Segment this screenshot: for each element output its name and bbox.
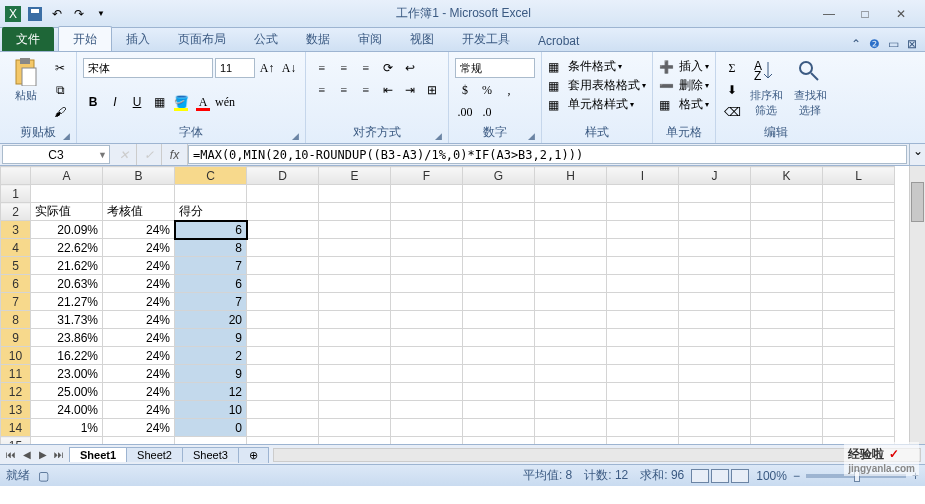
cell-styles-button[interactable]: ▦单元格样式▾ (548, 96, 646, 113)
cell[interactable] (31, 185, 103, 203)
cell[interactable] (679, 365, 751, 383)
border-button[interactable]: ▦ (149, 92, 169, 112)
formula-input[interactable]: =MAX(0,MIN(20,10-ROUNDUP((B3-A3)/1%,0)*I… (188, 145, 907, 164)
macro-record-icon[interactable]: ▢ (38, 469, 49, 483)
sort-filter-button[interactable]: AZ 排序和筛选 (746, 54, 786, 118)
autosum-icon[interactable]: Σ (722, 58, 742, 78)
cell[interactable]: 24% (103, 347, 175, 365)
cell[interactable] (607, 347, 679, 365)
decrease-decimal-icon[interactable]: .0 (477, 102, 497, 122)
cell[interactable] (823, 401, 895, 419)
cell[interactable] (247, 221, 319, 239)
cell[interactable] (463, 221, 535, 239)
cell[interactable] (823, 203, 895, 221)
cell[interactable] (679, 293, 751, 311)
cell[interactable]: 24% (103, 311, 175, 329)
cell[interactable]: 24% (103, 329, 175, 347)
cell[interactable] (463, 365, 535, 383)
cell[interactable] (751, 293, 823, 311)
page-layout-view-icon[interactable] (711, 469, 729, 483)
cell[interactable] (751, 221, 823, 239)
tab-data[interactable]: 数据 (292, 27, 344, 51)
delete-cells-button[interactable]: ➖删除▾ (659, 77, 709, 94)
cell[interactable] (535, 293, 607, 311)
column-header[interactable]: L (823, 167, 895, 185)
cell[interactable] (823, 257, 895, 275)
cell[interactable] (463, 203, 535, 221)
underline-button[interactable]: U (127, 92, 147, 112)
cell[interactable] (607, 239, 679, 257)
cell[interactable]: 20.63% (31, 275, 103, 293)
number-format-combo[interactable]: 常规 (455, 58, 535, 78)
orientation-icon[interactable]: ⟳ (378, 58, 398, 78)
align-left-icon[interactable]: ≡ (312, 80, 332, 100)
cell[interactable]: 24% (103, 221, 175, 239)
copy-icon[interactable]: ⧉ (50, 80, 70, 100)
currency-icon[interactable]: $ (455, 80, 475, 100)
cell[interactable]: 24% (103, 275, 175, 293)
cell[interactable] (175, 185, 247, 203)
cell[interactable]: 1% (31, 419, 103, 437)
italic-button[interactable]: I (105, 92, 125, 112)
cell[interactable] (823, 347, 895, 365)
cell[interactable] (607, 293, 679, 311)
cell[interactable]: 25.00% (31, 383, 103, 401)
column-header[interactable]: A (31, 167, 103, 185)
font-color-button[interactable]: A (193, 92, 213, 112)
cell[interactable] (535, 257, 607, 275)
cell[interactable] (319, 221, 391, 239)
cell[interactable] (319, 419, 391, 437)
decrease-font-icon[interactable]: A↓ (279, 58, 299, 78)
cell[interactable]: 0 (175, 419, 247, 437)
cell[interactable] (823, 293, 895, 311)
cell[interactable] (247, 275, 319, 293)
cell[interactable] (823, 311, 895, 329)
cell[interactable] (391, 203, 463, 221)
tab-nav-last-icon[interactable]: ⏭ (52, 449, 66, 460)
cell[interactable]: 16.22% (31, 347, 103, 365)
increase-decimal-icon[interactable]: .00 (455, 102, 475, 122)
cell[interactable] (535, 185, 607, 203)
cell[interactable] (535, 329, 607, 347)
cell[interactable] (823, 329, 895, 347)
cell[interactable] (823, 419, 895, 437)
cell[interactable] (463, 293, 535, 311)
cell[interactable] (463, 275, 535, 293)
tab-developer[interactable]: 开发工具 (448, 27, 524, 51)
cell[interactable] (319, 437, 391, 445)
percent-icon[interactable]: % (477, 80, 497, 100)
cell[interactable] (463, 185, 535, 203)
font-size-combo[interactable]: 11 (215, 58, 255, 78)
decrease-indent-icon[interactable]: ⇤ (378, 80, 398, 100)
cell[interactable]: 9 (175, 365, 247, 383)
cell[interactable]: 20 (175, 311, 247, 329)
cell[interactable]: 20.09% (31, 221, 103, 239)
cell[interactable] (319, 275, 391, 293)
tab-view[interactable]: 视图 (396, 27, 448, 51)
cell[interactable] (607, 383, 679, 401)
cell[interactable]: 10 (175, 401, 247, 419)
page-break-view-icon[interactable] (731, 469, 749, 483)
row-header[interactable]: 10 (1, 347, 31, 365)
cell[interactable] (679, 329, 751, 347)
cell[interactable]: 考核值 (103, 203, 175, 221)
dialog-launcher-icon[interactable]: ◢ (435, 131, 442, 141)
align-center-icon[interactable]: ≡ (334, 80, 354, 100)
cell[interactable] (607, 275, 679, 293)
cell[interactable] (247, 311, 319, 329)
cell[interactable] (247, 401, 319, 419)
row-header[interactable]: 13 (1, 401, 31, 419)
cell[interactable] (319, 257, 391, 275)
select-all-corner[interactable] (1, 167, 31, 185)
cell[interactable] (679, 203, 751, 221)
cell[interactable] (679, 383, 751, 401)
row-header[interactable]: 8 (1, 311, 31, 329)
cell[interactable] (247, 257, 319, 275)
excel-icon[interactable]: X (4, 5, 22, 23)
cell[interactable] (607, 185, 679, 203)
cell[interactable]: 24% (103, 401, 175, 419)
align-top-icon[interactable]: ≡ (312, 58, 332, 78)
cell[interactable] (607, 257, 679, 275)
undo-icon[interactable]: ↶ (48, 5, 66, 23)
cell[interactable]: 24% (103, 257, 175, 275)
